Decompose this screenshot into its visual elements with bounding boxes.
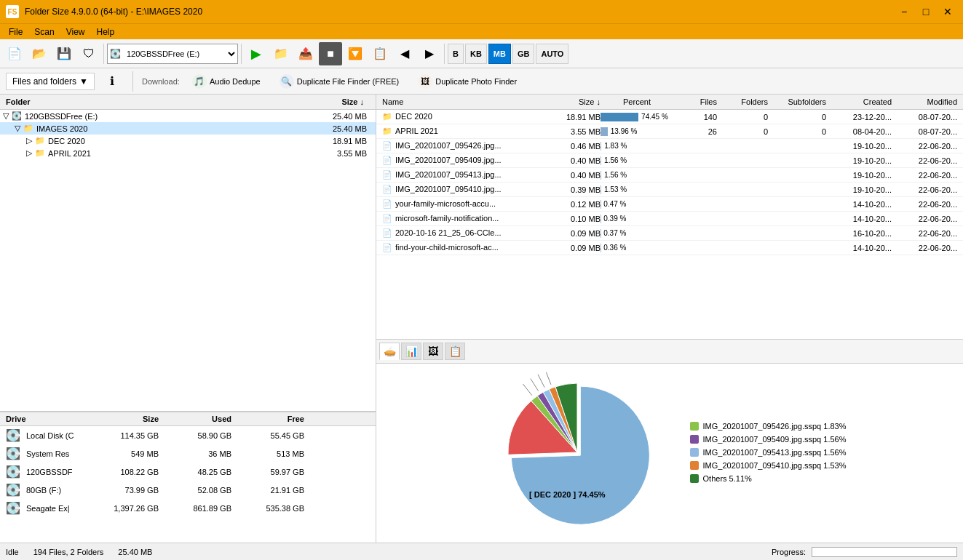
audio-dedupe-button[interactable]: 🎵 Audio Dedupe xyxy=(186,71,267,92)
drive-name: 💽Local Disk (C xyxy=(6,428,86,442)
filter-button[interactable]: 🔽 xyxy=(344,42,367,65)
drive-name: 💽80GB (F:) xyxy=(6,483,86,497)
unit-mb-button[interactable]: MB xyxy=(488,44,511,64)
file-icon: 📄 xyxy=(382,199,392,209)
chart-tab-pie[interactable]: 🥧 xyxy=(379,343,400,360)
tree-row[interactable]: ▷ 📁 DEC 2020 18.91 MB xyxy=(0,135,376,147)
file-table-row[interactable]: 📄find-your-child-microsoft-ac... 0.09 MB… xyxy=(376,241,963,255)
file-modified-header[interactable]: Modified xyxy=(892,97,957,106)
menu-view[interactable]: View xyxy=(60,25,91,39)
file-table-row[interactable]: 📁APRIL 2021 3.55 MB 13.96 % 26 0 0 08-04… xyxy=(376,124,963,139)
close-button[interactable]: ✕ xyxy=(938,4,957,19)
pie-label-line xyxy=(530,379,538,391)
toolbar: 📄 📂 💾 🛡 💽 120GBSSDFree (E:) ▶ 📁 📤 ■ 🔽 📋 … xyxy=(0,39,963,68)
menu-help[interactable]: Help xyxy=(91,25,121,39)
file-row-name: 📁DEC 2020 xyxy=(382,112,542,121)
file-row-created: 19-10-20... xyxy=(826,156,892,165)
file-name-header[interactable]: Name xyxy=(382,97,542,106)
file-row-name: 📄microsoft-family-notification... xyxy=(382,214,542,223)
scan-play-button[interactable]: ▶ xyxy=(245,42,268,65)
file-size-header[interactable]: Size ↓ xyxy=(542,97,601,106)
export-button[interactable]: 📤 xyxy=(294,42,317,65)
drive-used: 58.90 GB xyxy=(159,431,231,440)
tree-size-header: Size ↓ xyxy=(312,97,370,106)
faf-info-button[interactable]: ℹ xyxy=(100,70,124,93)
new-button[interactable]: 📄 xyxy=(3,42,26,65)
drive-row[interactable]: 💽120GBSSDF 108.22 GB 48.25 GB 59.97 GB xyxy=(0,463,376,481)
save-button[interactable]: 💾 xyxy=(52,42,76,65)
dup-file-finder-button[interactable]: 🔍 Duplicate File Finder (FREE) xyxy=(273,71,406,92)
drives-area[interactable]: Drive Size Used Free 💽Local Disk (C 114.… xyxy=(0,412,376,543)
drive-row[interactable]: 💽Seagate Ex| 1,397.26 GB 861.89 GB 535.3… xyxy=(0,499,376,517)
copy-button[interactable]: 📋 xyxy=(368,42,392,65)
tree-row-size: 18.91 MB xyxy=(314,137,373,145)
minimize-button[interactable]: − xyxy=(895,4,914,19)
drive-select[interactable]: 120GBSSDFree (E:) xyxy=(107,44,238,64)
drive-row[interactable]: 💽80GB (F:) 73.99 GB 52.08 GB 21.91 GB xyxy=(0,481,376,499)
file-row-name: 📄2020-10-16 21_25_06-CCle... xyxy=(382,228,542,238)
file-row-pct: 1.53 % xyxy=(601,185,673,194)
open-button[interactable]: 📂 xyxy=(28,42,51,65)
legend-color xyxy=(690,474,699,483)
progress-area: Progress: xyxy=(772,547,957,557)
file-row-created: 14-10-20... xyxy=(826,215,892,223)
file-table-row[interactable]: 📄your-family-microsoft-accu... 0.12 MB 0… xyxy=(376,197,963,212)
file-table-area[interactable]: Name Size ↓ Percent Files Folders Subfol… xyxy=(376,95,963,339)
unit-gb-button[interactable]: GB xyxy=(512,44,535,64)
shield-button[interactable]: 🛡 xyxy=(77,42,100,65)
file-row-size: 0.39 MB xyxy=(542,185,601,194)
file-folders-header[interactable]: Folders xyxy=(717,97,768,106)
file-created-header[interactable]: Created xyxy=(826,97,892,106)
title-controls: − □ ✕ xyxy=(895,4,957,19)
unit-kb-button[interactable]: KB xyxy=(465,44,487,64)
file-sub-header[interactable]: Subfolders xyxy=(768,97,826,106)
file-files-header[interactable]: Files xyxy=(673,97,717,106)
back-button[interactable]: ◀ xyxy=(393,42,416,65)
file-table-row[interactable]: 📄IMG_20201007_095426.jpg... 0.46 MB 1.83… xyxy=(376,139,963,153)
chart-tab-photo[interactable]: 🖼 xyxy=(423,343,443,360)
file-row-size: 0.40 MB xyxy=(542,171,601,180)
drive-icon: 💽 xyxy=(12,111,22,121)
legend-text: Others 5.11% xyxy=(703,474,752,483)
drive-name: 💽120GBSSDF xyxy=(6,465,86,479)
file-table-row[interactable]: 📄microsoft-family-notification... 0.10 M… xyxy=(376,212,963,226)
file-table-row[interactable]: 📄IMG_20201007_095413.jpg... 0.40 MB 1.56… xyxy=(376,168,963,183)
menu-file[interactable]: File xyxy=(3,25,28,39)
file-row-pct: 74.45 % xyxy=(601,113,673,121)
unit-auto-button[interactable]: AUTO xyxy=(536,44,568,64)
tree-row[interactable]: ▽ 💽 120GBSSDFree (E:) 25.40 MB xyxy=(0,110,376,122)
file-row-modified: 22-06-20... xyxy=(892,244,957,252)
menu-bar: File Scan View Help xyxy=(0,23,963,39)
tree-row[interactable]: ▽ 📁 IMAGES 2020 25.40 MB xyxy=(0,122,376,135)
file-row-size: 0.40 MB xyxy=(542,156,601,165)
file-row-size: 0.12 MB xyxy=(542,200,601,209)
legend-item: Others 5.11% xyxy=(690,474,847,483)
file-pct-header[interactable]: Percent xyxy=(601,97,673,106)
drive-row[interactable]: 💽Local Disk (C 114.35 GB 58.90 GB 55.45 … xyxy=(0,426,376,444)
file-row-created: 14-10-20... xyxy=(826,244,892,252)
chart-tab-list[interactable]: 📋 xyxy=(445,343,465,360)
file-table-row[interactable]: 📄IMG_20201007_095410.jpg... 0.39 MB 1.53… xyxy=(376,183,963,197)
unit-b-button[interactable]: B xyxy=(448,44,464,64)
pie-label-line xyxy=(523,384,531,396)
status-file-count: 194 Files, 2 Folders xyxy=(33,548,104,556)
file-table-row[interactable]: 📄2020-10-16 21_25_06-CCle... 0.09 MB 0.3… xyxy=(376,226,963,241)
tree-row-size: 25.40 MB xyxy=(314,124,373,133)
forward-button[interactable]: ▶ xyxy=(418,42,441,65)
drive-free: 21.91 GB xyxy=(231,486,304,495)
drive-row[interactable]: 💽System Res 549 MB 36 MB 513 MB xyxy=(0,444,376,463)
open-folder-button[interactable]: 📁 xyxy=(269,42,293,65)
stop-button[interactable]: ■ xyxy=(319,42,342,65)
file-table-row[interactable]: 📁DEC 2020 18.91 MB 74.45 % 140 0 0 23-12… xyxy=(376,110,963,124)
files-folders-button[interactable]: Files and folders ▼ xyxy=(6,73,95,90)
tree-area[interactable]: Folder Size ↓ ▽ 💽 120GBSSDFree (E:) 25.4… xyxy=(0,95,376,412)
chart-tab-bar[interactable]: 📊 xyxy=(401,343,421,360)
dup-photo-finder-button[interactable]: 🖼 Duplicate Photo Finder xyxy=(411,71,523,92)
file-table-row[interactable]: 📄IMG_20201007_095409.jpg... 0.40 MB 1.56… xyxy=(376,153,963,168)
legend-text: IMG_20201007_095413.jpg.sspq 1.56% xyxy=(703,448,847,457)
tree-row[interactable]: ▷ 📁 APRIL 2021 3.55 MB xyxy=(0,147,376,159)
pie-label-line xyxy=(545,372,550,385)
menu-scan[interactable]: Scan xyxy=(28,25,60,39)
file-row-modified: 22-06-20... xyxy=(892,171,957,180)
maximize-button[interactable]: □ xyxy=(916,4,935,19)
